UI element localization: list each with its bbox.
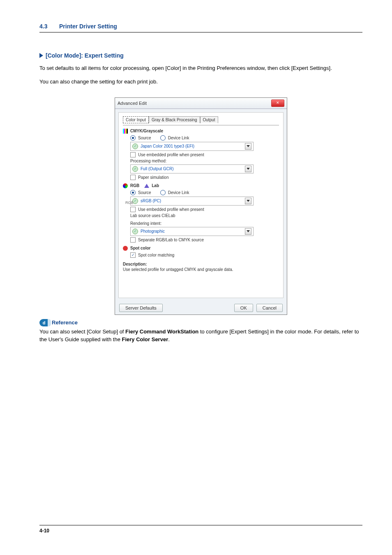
rgb-heading: RGB [130, 183, 139, 188]
group-spot: Spot color Spot color matching [123, 246, 279, 258]
cmyk-proc-select[interactable]: Full (Output GCR) [130, 164, 254, 173]
description-body: Use selected profile for untagged CMYK a… [123, 267, 279, 292]
cmyk-embedded-check[interactable] [130, 152, 136, 157]
cancel-button[interactable]: Cancel [256, 304, 283, 312]
description-title: Description: [123, 262, 279, 266]
reference-row: d Reference [39, 319, 362, 326]
cmyk-source-label: Source [138, 136, 151, 140]
rgb-labsrc-label: Lab source uses CIELab [123, 213, 279, 218]
spot-matching-check[interactable] [130, 252, 136, 258]
group-rgb: RGB Lab Source Device Link RGB sRGB (PC) [123, 183, 279, 243]
paragraph-1: To set defaults to all items for color p… [39, 65, 362, 72]
page-number: 4-10 [39, 528, 49, 534]
cmyk-devlink-radio[interactable] [160, 135, 166, 141]
ref-b1: Fiery Command WorkStation [125, 328, 198, 335]
cmyk-proc-value: Full (Output GCR) [141, 166, 174, 171]
cmyk-papersim-check[interactable] [130, 175, 136, 180]
ref-b2: Fiery Color Server [122, 336, 168, 342]
spot-swatch-icon [123, 246, 128, 251]
lab-heading: Lab [152, 183, 159, 188]
server-defaults-button[interactable]: Server Defaults [119, 304, 163, 312]
ref-t1: You can also select [Color Setup] of [39, 328, 125, 335]
lab-swatch-icon [144, 184, 149, 188]
rgb-ri-label: Rendering intent: [123, 221, 279, 226]
paragraph-2: You can also change the setting for each… [39, 78, 362, 86]
rgb-embedded-check[interactable] [130, 207, 136, 212]
reference-text: You can also select [Color Setup] of Fie… [39, 328, 362, 344]
cmyk-heading: CMYK/Grayscale [130, 129, 163, 133]
dialog-titlebar: Advanced Edit ✕ [115, 98, 287, 109]
rgb-separate-label: Separate RGB/Lab to CMYK source [138, 238, 204, 242]
cmyk-profile-value: Japan Color 2001 type3 (EFI) [141, 144, 194, 148]
cmyk-embedded-label: Use embedded profile when present [138, 153, 204, 157]
page-header: 4.3 Printer Driver Setting [39, 23, 362, 30]
cmyk-profile-select[interactable]: Japan Color 2001 type3 (EFI) [130, 142, 254, 151]
header-rule [39, 32, 362, 32]
reference-icon: d [39, 319, 48, 326]
tab-output[interactable]: Output [200, 116, 218, 123]
ref-t3: . [168, 336, 170, 342]
tab-gray-black[interactable]: Gray & Black Processing [149, 116, 200, 123]
rgb-source-radio[interactable] [130, 190, 136, 195]
chevron-down-icon [245, 166, 251, 172]
cmyk-swatch-icon [123, 129, 128, 134]
tab-color-input[interactable]: Color Input [123, 116, 149, 123]
ok-button[interactable]: OK [234, 304, 253, 312]
rgb-source-label: Source [138, 190, 151, 195]
triangle-icon [39, 53, 43, 58]
chevron-down-icon [245, 198, 251, 204]
chevron-down-icon [245, 143, 251, 150]
close-icon[interactable]: ✕ [271, 99, 284, 107]
section-title: Printer Driver Setting [59, 23, 117, 30]
rgb-ri-value: Photographic [141, 229, 165, 234]
check-icon [132, 229, 138, 234]
rgb-ri-select[interactable]: Photographic [130, 227, 254, 236]
rgb-swatch-icon [123, 183, 128, 188]
rgb-side-label: RGB [125, 201, 134, 205]
cmyk-devlink-label: Device Link [168, 136, 189, 140]
rgb-devlink-radio[interactable] [160, 190, 166, 195]
subsection-heading: [Color Mode]: Expert Setting [39, 52, 362, 59]
rgb-separate-check[interactable] [130, 237, 136, 243]
page-footer: 4-10 [39, 525, 362, 534]
tab-strip: Color Input Gray & Black Processing Outp… [123, 116, 279, 123]
section-number: 4.3 [39, 23, 52, 30]
reference-label: Reference [52, 319, 78, 326]
cmyk-source-radio[interactable] [130, 135, 136, 141]
check-icon [132, 166, 138, 172]
spot-matching-label: Spot color matching [138, 253, 174, 257]
group-cmyk: CMYK/Grayscale Source Device Link Japan … [123, 129, 279, 180]
rgb-devlink-label: Device Link [168, 190, 189, 195]
screenshot-dialog: Advanced Edit ✕ Color Input Gray & Black… [115, 97, 287, 315]
spot-heading: Spot color [130, 246, 150, 250]
check-icon [132, 143, 138, 149]
rgb-embedded-label: Use embedded profile when present [138, 207, 204, 212]
chevron-down-icon [245, 228, 251, 235]
rgb-profile-value: sRGB (PC) [141, 199, 161, 203]
dialog-button-bar: Server Defaults OK Cancel [115, 301, 287, 314]
cmyk-papersim-label: Paper simulation [138, 175, 168, 180]
subsection-title: [Color Mode]: Expert Setting [46, 52, 124, 59]
rgb-profile-select[interactable]: sRGB (PC) [130, 197, 254, 206]
cmyk-proc-label: Processing method: [123, 159, 279, 163]
dialog-title: Advanced Edit [118, 101, 147, 106]
